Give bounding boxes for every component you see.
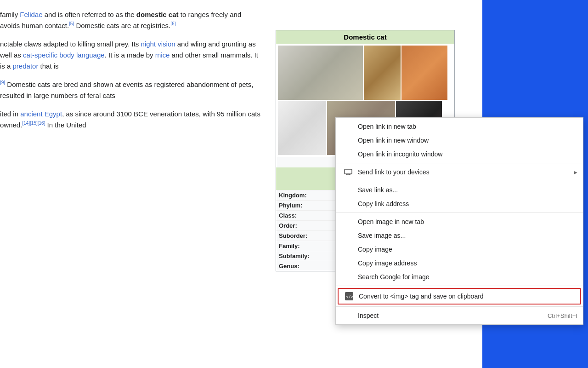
copy-image-label: Copy image (358, 246, 392, 253)
divider-1 (336, 163, 583, 163)
cat-image-2 (364, 46, 401, 100)
mice-link[interactable]: mice (155, 51, 170, 59)
send-to-devices[interactable]: Send link to your devices (336, 165, 583, 179)
kingdom-label: Kingdom: (279, 192, 320, 199)
felidae-link[interactable]: Felidae (20, 11, 42, 18)
ref14-16: [14][15][16] (22, 121, 45, 126)
predator-link[interactable]: predator (13, 62, 39, 70)
open-image-label: Open image in new tab (358, 218, 424, 225)
ref5: [5] (69, 21, 74, 26)
svg-rect-0 (345, 169, 352, 174)
ancient-egypt-link[interactable]: ancient Egypt (20, 110, 62, 118)
search-google-image[interactable]: Search Google for image (336, 270, 583, 284)
inspect-shortcut: Ctrl+Shift+I (548, 312, 577, 319)
save-image-label: Save image as... (358, 232, 406, 239)
save-link-label: Save link as... (358, 186, 398, 194)
send-to-devices-label: Send link to your devices (358, 168, 430, 176)
convert-label: Convert to <img> tag and save on clipboa… (359, 293, 484, 300)
copy-image-address[interactable]: Copy image address (336, 256, 583, 270)
copy-link-label: Copy link address (358, 200, 409, 207)
divider-2 (336, 181, 583, 181)
cat-image-4 (278, 101, 326, 155)
copy-image[interactable]: Copy image (336, 242, 583, 256)
inspect-label: Inspect (358, 312, 379, 319)
copy-img-addr-label: Copy image address (358, 259, 417, 267)
incognito-label: Open link in incognito window (358, 150, 442, 158)
open-incognito[interactable]: Open link in incognito window (336, 147, 583, 161)
open-image-new-tab[interactable]: Open image in new tab (336, 215, 583, 229)
convert-icon: </> (344, 292, 354, 301)
svg-text:</>: </> (346, 294, 354, 299)
open-window-label: Open link in new window (358, 137, 429, 144)
divider-4 (336, 286, 583, 286)
save-image-as[interactable]: Save image as... (336, 229, 583, 242)
cat-image-1 (278, 46, 363, 100)
convert-img-tag[interactable]: </> Convert to <img> tag and save on cli… (338, 288, 581, 305)
cat-body-lang-link[interactable]: cat-specific body language (23, 51, 105, 59)
ref6: [6] (170, 21, 175, 26)
cat-image-3 (401, 46, 447, 100)
save-link-as[interactable]: Save link as... (336, 183, 583, 197)
ref9: [9] (0, 80, 5, 85)
family-label: Family: (279, 242, 320, 249)
divider-3 (336, 213, 583, 213)
open-link-new-window[interactable]: Open link in new window (336, 133, 583, 147)
order-label: Order: (279, 222, 320, 229)
class-label: Class: (279, 212, 320, 219)
phylum-label: Phylum: (279, 202, 320, 209)
suborder-label: Suborder: (279, 232, 320, 239)
divider-5 (336, 306, 583, 307)
open-tab-label: Open link in new tab (358, 123, 416, 130)
genus-label: Genus: (279, 263, 320, 270)
infobox-title: Domestic cat (276, 30, 454, 44)
context-menu: Open link in new tab Open link in new wi… (335, 117, 583, 325)
inspect[interactable]: Inspect Ctrl+Shift+I (336, 309, 583, 322)
copy-link-address[interactable]: Copy link address (336, 197, 583, 211)
open-link-new-tab[interactable]: Open link in new tab (336, 120, 583, 133)
article-content: family Felidae and is often referred to … (0, 0, 271, 368)
subfamily-label: Subfamily: (279, 253, 320, 259)
night-vision-link[interactable]: night vision (141, 40, 175, 48)
search-google-label: Search Google for image (358, 273, 430, 281)
monitor-icon (343, 169, 353, 175)
